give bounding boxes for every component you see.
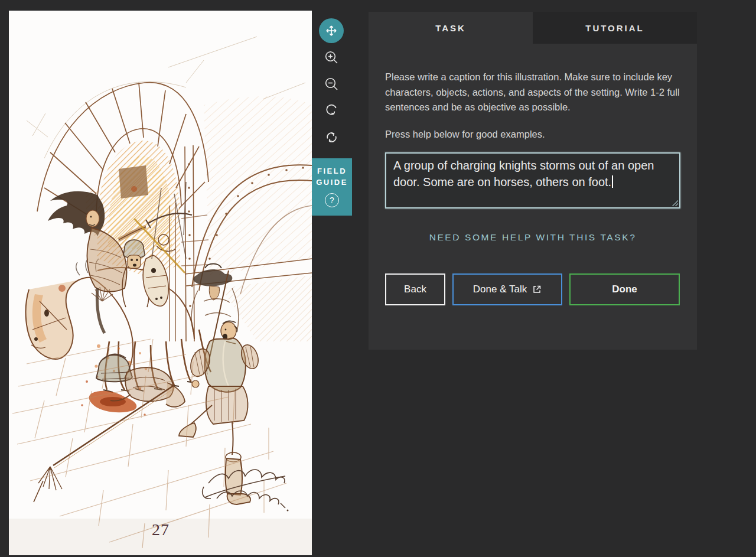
pan-tool-button[interactable] <box>319 18 344 43</box>
external-link-icon <box>532 285 542 294</box>
caption-input[interactable]: A group of charging knights storms out o… <box>385 152 680 209</box>
task-panel: TASK TUTORIAL Please write a caption for… <box>369 12 697 350</box>
done-and-talk-label: Done & Talk <box>473 284 527 295</box>
task-instructions: Please write a caption for this illustra… <box>385 70 680 115</box>
button-row: Back Done & Talk Done <box>385 273 680 305</box>
tab-tutorial[interactable]: TUTORIAL <box>533 12 697 44</box>
rotate-button[interactable] <box>324 102 340 118</box>
field-guide-label-line2: GUIDE <box>316 178 348 187</box>
panel-body: Please write a caption for this illustra… <box>369 44 697 305</box>
help-circle-icon: ? <box>325 193 339 207</box>
zoom-out-icon <box>324 76 340 92</box>
zoom-out-button[interactable] <box>324 76 340 92</box>
annotation-app: 27 <box>0 0 756 557</box>
task-instructions-hint: Press help below for good examples. <box>385 127 680 142</box>
zoom-in-icon <box>324 50 340 66</box>
back-button[interactable]: Back <box>385 273 445 305</box>
page-number: 27 <box>152 520 170 539</box>
move-icon <box>324 24 338 38</box>
zoom-in-button[interactable] <box>324 50 340 66</box>
panel-tabs: TASK TUTORIAL <box>369 12 697 44</box>
illustration-viewport[interactable]: 27 <box>9 11 312 555</box>
rotate-sync-icon <box>324 130 339 145</box>
field-guide-button[interactable]: FIELD GUIDE ? <box>312 158 352 216</box>
tab-task[interactable]: TASK <box>369 12 533 44</box>
field-guide-label-line1: FIELD <box>317 167 347 176</box>
help-link[interactable]: NEED SOME HELP WITH THIS TASK? <box>385 232 680 243</box>
rotate-cw-icon <box>324 102 339 117</box>
illustration-image: 27 <box>9 11 312 555</box>
done-button[interactable]: Done <box>569 273 680 305</box>
done-and-talk-button[interactable]: Done & Talk <box>452 273 562 305</box>
rotate-sync-button[interactable] <box>324 129 340 145</box>
